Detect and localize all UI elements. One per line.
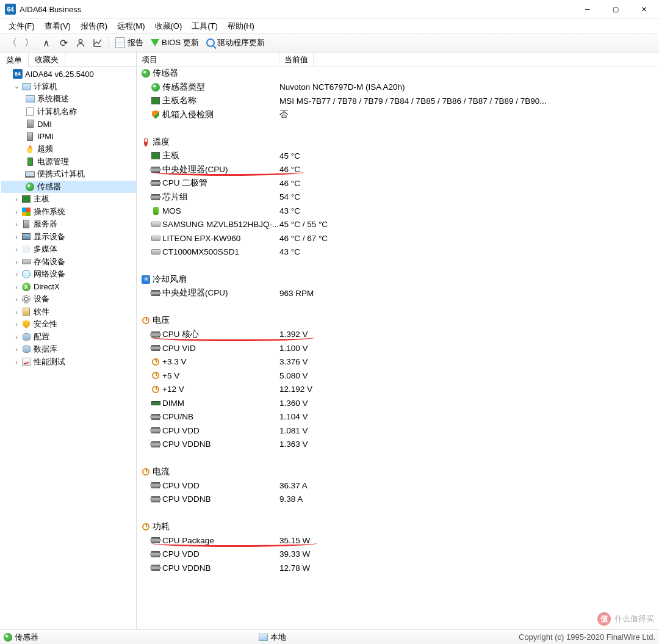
list-row[interactable]: CPU 二极管46 °C — [137, 176, 659, 190]
tree-item[interactable]: ›显示设备 — [1, 231, 136, 244]
list-row[interactable]: 主板名称MSI MS-7B77 / 7B78 / 7B79 / 7B84 / 7… — [137, 94, 659, 108]
refresh-button[interactable]: ⟳ — [55, 34, 72, 51]
section-volt[interactable]: 电压 — [137, 314, 659, 328]
list-row[interactable]: 芯片组54 °C — [137, 190, 659, 204]
list-row[interactable]: +3.3 V3.376 V — [137, 355, 659, 369]
tree-sensor[interactable]: 传感器 — [1, 181, 136, 194]
section-power[interactable]: 功耗 — [137, 520, 659, 534]
list-row[interactable]: 中央处理器(CPU)46 °C — [137, 163, 659, 177]
tree-item[interactable]: ›多媒体 — [1, 243, 136, 256]
tree-item[interactable]: ›性能测试 — [1, 356, 136, 369]
section-fan[interactable]: ✳冷却风扇 — [137, 273, 659, 287]
section-current[interactable]: 电流 — [137, 465, 659, 479]
row-value: 否 — [279, 109, 659, 120]
tree-item[interactable]: DMI — [1, 118, 136, 131]
list-row[interactable]: CPU Package35.15 W — [137, 534, 659, 548]
forward-button[interactable]: 〉 — [21, 34, 38, 51]
person-button[interactable] — [72, 34, 89, 51]
menu-help[interactable]: 帮助(H) — [223, 20, 259, 33]
tree-item-label: 性能测试 — [34, 356, 65, 367]
row-value: 9.38 A — [279, 494, 659, 504]
row-label: CPU VDD — [162, 549, 279, 559]
list-row[interactable]: CPU 核心1.392 V — [137, 328, 659, 342]
menu-view[interactable]: 查看(V) — [40, 20, 76, 33]
tree-item[interactable]: ›主板 — [1, 193, 136, 206]
pc-icon — [259, 634, 268, 641]
list-row[interactable]: CPU VDD36.37 A — [137, 479, 659, 493]
list-row[interactable]: LITEON EPX-KW96046 °C / 67 °C — [137, 231, 659, 245]
tree-item[interactable]: 计算机名称 — [1, 106, 136, 118]
list-row[interactable]: SAMSUNG MZVLB512HBJQ-...45 °C / 55 °C — [137, 218, 659, 232]
tree-item[interactable]: ›存储设备 — [1, 256, 136, 269]
minimize-button[interactable]: ─ — [574, 0, 602, 18]
tree-item[interactable]: 系统概述 — [1, 93, 136, 106]
row-value: 46 °C — [279, 179, 659, 188]
tree-item[interactable]: ›数据库 — [1, 343, 136, 356]
col-item[interactable]: 项目 — [137, 52, 279, 66]
list-row[interactable]: 中央处理器(CPU)963 RPM — [137, 286, 659, 300]
tree-computer[interactable]: ⌄计算机 — [1, 81, 136, 93]
list-row[interactable]: CPU VDD39.33 W — [137, 548, 659, 562]
list-row[interactable]: CPU VDDNB1.363 V — [137, 438, 659, 452]
tree-item[interactable]: ›XDirectX — [1, 281, 136, 294]
tree-item-label: 配置 — [34, 331, 49, 342]
list-row[interactable]: CPU VDDNB9.38 A — [137, 493, 659, 507]
list-row[interactable]: +5 V5.080 V — [137, 369, 659, 383]
report-button[interactable]: 报告 — [112, 37, 147, 48]
menu-remote[interactable]: 远程(M) — [112, 20, 150, 33]
tree-item[interactable]: ›设备 — [1, 293, 136, 306]
tree-item[interactable]: IPMI — [1, 131, 136, 143]
app-icon: 64 — [5, 4, 16, 15]
status-left-label: 传感器 — [15, 632, 38, 643]
tree[interactable]: 64AIDA64 v6.25.5400 ⌄计算机 系统概述 计算机名称 DMI … — [0, 67, 136, 629]
col-value[interactable]: 当前值 — [279, 52, 314, 66]
tree-item-label: 设备 — [34, 294, 49, 305]
list-row[interactable]: CPU VID1.100 V — [137, 341, 659, 355]
tree-item[interactable]: 超频 — [1, 143, 136, 156]
tree-item[interactable]: ›网络设备 — [1, 268, 136, 281]
section-temp[interactable]: 温度 — [137, 136, 659, 150]
svg-point-0 — [79, 40, 82, 43]
list-row[interactable]: 机箱入侵检测否 — [137, 108, 659, 122]
section-label: 电流 — [153, 466, 279, 477]
section-sensor[interactable]: 传感器 — [137, 67, 659, 81]
menu-report[interactable]: 报告(R) — [76, 20, 112, 33]
close-button[interactable]: ✕ — [630, 0, 658, 18]
row-value: 1.104 V — [279, 412, 659, 421]
menu-tools[interactable]: 工具(T) — [187, 20, 223, 33]
row-value: 1.100 V — [279, 344, 659, 353]
tree-item[interactable]: ›安全性 — [1, 318, 136, 331]
tree-item[interactable]: ›软件 — [1, 306, 136, 319]
tree-item[interactable]: 便携式计算机 — [1, 168, 136, 181]
menu-fav[interactable]: 收藏(O) — [150, 20, 187, 33]
tree-item[interactable]: ›操作系统 — [1, 206, 136, 219]
tab-menu[interactable]: 菜单 — [0, 53, 29, 67]
left-panel: 菜单 收藏夹 64AIDA64 v6.25.5400 ⌄计算机 系统概述 计算机… — [0, 52, 137, 629]
tree-item[interactable]: ›配置 — [1, 331, 136, 344]
list-row[interactable]: CPU VDDNB12.78 W — [137, 561, 659, 575]
list-row[interactable]: +12 V12.192 V — [137, 383, 659, 397]
list-row[interactable]: CPU VDD1.081 V — [137, 424, 659, 438]
maximize-button[interactable]: ▢ — [602, 0, 630, 18]
rows[interactable]: 传感器 传感器类型Nuvoton NCT6797D-M (ISA A20h) 主… — [137, 67, 659, 629]
tree-item[interactable]: 电源管理 — [1, 156, 136, 168]
status-mid-label: 本地 — [270, 632, 286, 643]
list-row[interactable]: CPU/NB1.104 V — [137, 410, 659, 424]
tree-item-label: 主板 — [34, 194, 49, 204]
tab-favorites[interactable]: 收藏夹 — [29, 52, 65, 66]
menu-file[interactable]: 文件(F) — [4, 20, 40, 33]
driver-update-button[interactable]: 驱动程序更新 — [203, 37, 268, 48]
list-row[interactable]: CT1000MX500SSD143 °C — [137, 245, 659, 259]
row-label: CPU 核心 — [162, 329, 279, 340]
up-button[interactable]: ∧ — [38, 34, 55, 51]
back-button[interactable]: 〈 — [4, 34, 21, 51]
tree-item[interactable]: ›服务器 — [1, 218, 136, 231]
list-row[interactable]: MOS43 °C — [137, 204, 659, 218]
list-row[interactable]: DIMM1.360 V — [137, 396, 659, 410]
row-value: 39.33 W — [279, 549, 659, 559]
tree-root[interactable]: 64AIDA64 v6.25.5400 — [1, 68, 136, 81]
graph-button[interactable] — [89, 34, 106, 51]
bios-update-button[interactable]: BIOS 更新 — [147, 37, 203, 48]
list-row[interactable]: 传感器类型Nuvoton NCT6797D-M (ISA A20h) — [137, 81, 659, 95]
list-row[interactable]: 主板45 °C — [137, 149, 659, 163]
